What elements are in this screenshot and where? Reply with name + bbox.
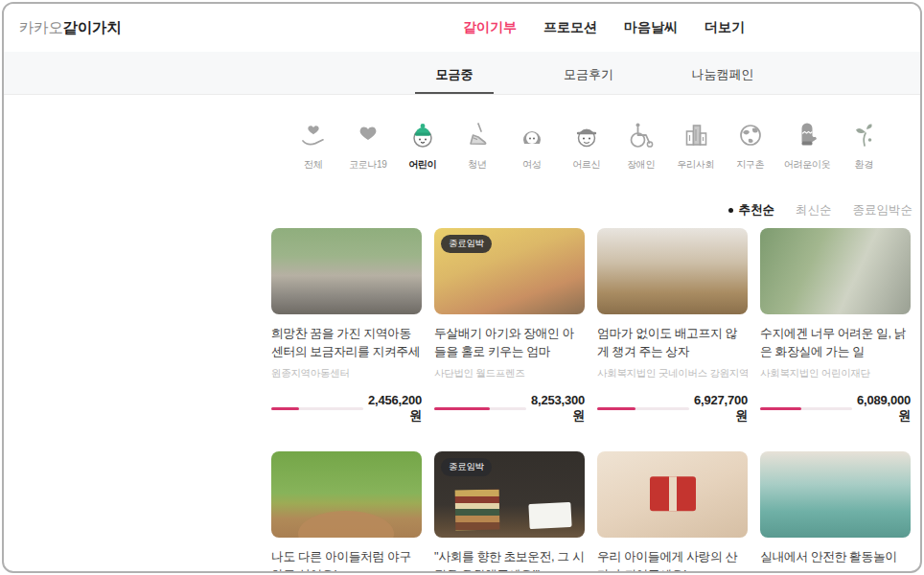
page-frame: 카카오같이가치 같이기부 프로모션 마음날씨 더보기 모금중 모금후기 나눔캠페… xyxy=(2,2,922,573)
wheelchair-icon xyxy=(620,120,662,154)
kakao-together-logo[interactable]: 카카오같이가치 xyxy=(19,18,121,38)
hand-heart-icon xyxy=(292,120,335,154)
top-navigation: 같이기부 프로모션 마음날씨 더보기 xyxy=(463,4,745,52)
campaign-image[interactable] xyxy=(597,451,748,538)
tab-label: 모금후기 xyxy=(564,67,613,81)
campaign-card[interactable]: 희망찬 꿈을 가진 지역아동센터의 보금자리를 지켜주세요! 원종지역아동센터 … xyxy=(271,228,422,425)
child-beanie-icon xyxy=(402,120,444,154)
category-label: 우리사회 xyxy=(675,158,717,172)
heart-icon xyxy=(347,120,389,154)
nav-item-more[interactable]: 더보기 xyxy=(705,19,745,36)
category-label: 장애인 xyxy=(620,158,662,172)
tab-fundraising-ongoing[interactable]: 모금중 xyxy=(387,52,521,94)
tab-label: 모금중 xyxy=(436,67,474,81)
category-disabled[interactable]: 장애인 xyxy=(620,120,662,172)
tabs: 모금중 모금후기 나눔캠페인 xyxy=(130,52,922,94)
campaign-image[interactable]: 종료임박 xyxy=(434,451,585,538)
campaign-image[interactable] xyxy=(271,228,422,314)
category-label: 코로나19 xyxy=(347,158,389,172)
header: 카카오같이가치 같이기부 프로모션 마음날씨 더보기 xyxy=(4,4,920,52)
campaign-title[interactable]: 나도 다른 아이들처럼 야구하고 싶어요! xyxy=(271,547,422,573)
amount-raised: 2,456,200원 xyxy=(363,393,422,425)
campaign-card[interactable]: 수지에겐 너무 어려운 일, 낡은 화장실에 가는 일 사회복지법인 어린이재단… xyxy=(760,228,911,425)
progress-fill xyxy=(597,407,635,410)
campaign-image[interactable]: 종료임박 xyxy=(434,228,585,314)
campaign-org: 사회복지법인 굿네이버스 강원지역본부 xyxy=(597,367,748,380)
campaign-card[interactable]: 엄마가 없이도 배고프지 않게 챙겨 주는 상자 사회복지법인 굿네이버스 강원… xyxy=(597,228,748,425)
campaign-image[interactable] xyxy=(760,228,911,314)
category-label: 지구촌 xyxy=(729,158,772,172)
ending-soon-badge: 종료임박 xyxy=(441,458,492,476)
campaign-title[interactable]: 엄마가 없이도 배고프지 않게 챙겨 주는 상자 xyxy=(597,324,748,360)
sprout-icon xyxy=(843,120,885,154)
category-society[interactable]: 우리사회 xyxy=(675,120,717,172)
mitten-icon xyxy=(784,120,831,154)
progress-fill xyxy=(760,407,801,410)
woman-icon xyxy=(511,120,553,154)
logo-bold: 같이가치 xyxy=(63,19,122,35)
elder-icon xyxy=(566,120,608,154)
category-youth[interactable]: 청년 xyxy=(456,120,498,172)
tab-fundraising-review[interactable]: 모금후기 xyxy=(521,52,656,94)
campaign-grid: 희망찬 꿈을 가진 지역아동센터의 보금자리를 지켜주세요! 원종지역아동센터 … xyxy=(271,228,911,573)
category-seniors[interactable]: 어르신 xyxy=(566,120,608,172)
category-filter-row: 전체 코로나19 어린이 청년 여성 xyxy=(130,120,922,172)
tab-sharing-campaign[interactable]: 나눔캠페인 xyxy=(656,52,790,94)
campaign-meta: 8,253,300원 xyxy=(434,393,585,425)
campaign-card[interactable]: 나도 다른 아이들처럼 야구하고 싶어요! 사회복지법인 대구 세이브 xyxy=(271,451,422,573)
category-children[interactable]: 어린이 xyxy=(402,120,444,172)
sort-newest[interactable]: 최신순 xyxy=(796,202,832,218)
nav-item-promotion[interactable]: 프로모션 xyxy=(543,19,597,36)
ending-soon-badge: 종료임박 xyxy=(441,235,492,253)
tab-label: 나눔캠페인 xyxy=(692,67,754,81)
campaign-title[interactable]: "사회를 향한 초보운전, 그 시작을 응원해주세요!" xyxy=(434,547,585,573)
category-neighbors[interactable]: 어려운이웃 xyxy=(784,120,831,172)
category-label: 전체 xyxy=(292,158,335,172)
amount-raised: 6,927,700원 xyxy=(689,393,748,425)
sort-ending-soon[interactable]: 종료임박순 xyxy=(853,202,913,218)
campaign-image[interactable] xyxy=(760,451,911,538)
campaign-card[interactable]: 우리 아이들에게 사랑의 산타가 되어주세요! 강동종합사회복지관 xyxy=(597,451,748,573)
campaign-card[interactable]: 종료임박 두살배기 아기와 장애인 아들을 홀로 키우는 엄마 사단법인 월드프… xyxy=(434,228,585,425)
campaign-image[interactable] xyxy=(271,451,422,538)
campaign-title[interactable]: 두살배기 아기와 장애인 아들을 홀로 키우는 엄마 xyxy=(434,324,585,360)
category-label: 어려운이웃 xyxy=(784,158,831,172)
amount-raised: 8,253,300원 xyxy=(526,393,585,425)
sort-label: 추천순 xyxy=(739,202,775,218)
campaign-card[interactable]: 종료임박 "사회를 향한 초보운전, 그 시작을 응원해주세요!" 사회복지법인… xyxy=(434,451,585,573)
progress-bar xyxy=(597,407,689,410)
campaign-title[interactable]: 우리 아이들에게 사랑의 산타가 되어주세요! xyxy=(597,547,748,573)
active-tab-underline xyxy=(415,92,494,94)
category-environment[interactable]: 환경 xyxy=(843,120,885,172)
campaign-title[interactable]: 실내에서 안전한 활동놀이 xyxy=(760,547,911,573)
sort-label: 종료임박순 xyxy=(853,202,913,218)
category-label: 여성 xyxy=(511,158,553,172)
category-corona19[interactable]: 코로나19 xyxy=(347,120,389,172)
campaign-image[interactable] xyxy=(597,228,748,314)
nav-item-mind-weather[interactable]: 마음날씨 xyxy=(624,19,678,36)
category-global[interactable]: 지구촌 xyxy=(729,120,772,172)
nav-item-donate[interactable]: 같이기부 xyxy=(463,19,517,36)
progress-fill xyxy=(434,407,490,410)
sneaker-icon xyxy=(456,120,498,154)
buildings-icon xyxy=(675,120,717,154)
category-women[interactable]: 여성 xyxy=(511,120,553,172)
campaign-title[interactable]: 수지에겐 너무 어려운 일, 낡은 화장실에 가는 일 xyxy=(760,324,911,360)
progress-bar xyxy=(760,407,852,410)
campaign-title[interactable]: 희망찬 꿈을 가진 지역아동센터의 보금자리를 지켜주세요! xyxy=(271,324,422,360)
logo-prefix: 카카오 xyxy=(19,19,63,35)
category-all[interactable]: 전체 xyxy=(292,120,335,172)
campaign-org: 원종지역아동센터 xyxy=(271,367,422,380)
sort-options: 추천순 최신순 종료임박순 xyxy=(4,202,920,218)
category-label: 청년 xyxy=(456,158,498,172)
amount-raised: 6,089,000원 xyxy=(852,393,911,425)
campaign-org: 사단법인 월드프렌즈 xyxy=(434,367,585,380)
progress-fill xyxy=(271,407,299,410)
category-label: 환경 xyxy=(843,158,885,172)
sort-recommended[interactable]: 추천순 xyxy=(728,202,775,218)
sub-navigation-bar: 모금중 모금후기 나눔캠페인 xyxy=(4,52,920,95)
campaign-org: 사회복지법인 어린이재단 xyxy=(760,367,911,380)
campaign-card[interactable]: 실내에서 안전한 활동놀이 큰별지역아동센터 xyxy=(760,451,911,573)
progress-bar xyxy=(434,407,526,410)
selected-dot-icon xyxy=(728,208,733,213)
